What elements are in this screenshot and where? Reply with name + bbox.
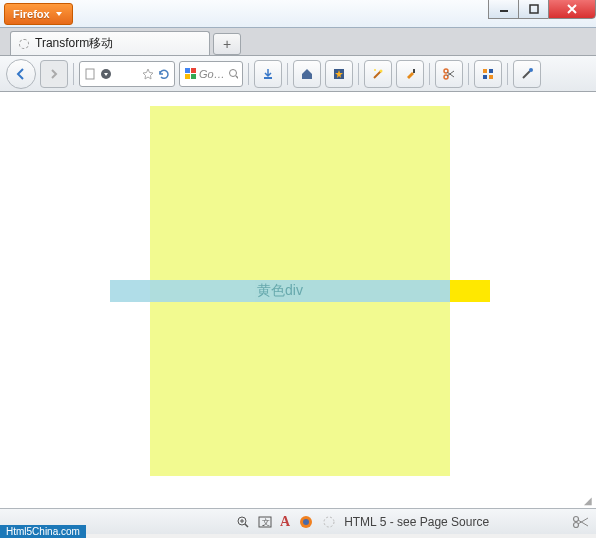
dropdown-triangle-icon bbox=[56, 12, 62, 16]
eyedropper-icon bbox=[520, 67, 534, 81]
svg-rect-0 bbox=[500, 10, 508, 12]
scissors-button[interactable] bbox=[435, 60, 463, 88]
svg-rect-2 bbox=[86, 69, 94, 79]
tab-active[interactable]: Transform移动 bbox=[10, 31, 210, 55]
download-icon bbox=[261, 67, 275, 81]
svg-line-9 bbox=[236, 76, 238, 79]
svg-point-36 bbox=[574, 522, 579, 527]
dropdown-history-icon[interactable] bbox=[100, 68, 112, 80]
svg-rect-15 bbox=[413, 69, 415, 73]
fox-icon[interactable] bbox=[298, 515, 314, 529]
url-bar[interactable] bbox=[79, 61, 175, 87]
home-icon bbox=[300, 67, 314, 81]
toolbar-separator bbox=[429, 63, 430, 85]
svg-rect-22 bbox=[483, 75, 487, 79]
svg-point-13 bbox=[380, 69, 383, 72]
search-placeholder: Go… bbox=[199, 68, 225, 80]
nav-toolbar: Go… bbox=[0, 56, 596, 92]
reload-icon[interactable] bbox=[158, 68, 170, 80]
tab-title: Transform移动 bbox=[35, 35, 113, 52]
page-icon bbox=[84, 68, 96, 80]
wand-icon bbox=[371, 67, 385, 81]
zoom-icon[interactable] bbox=[236, 515, 250, 529]
window-controls bbox=[488, 0, 596, 19]
titlebar: Firefox bbox=[0, 0, 596, 28]
watermark-tag: Html5China.com bbox=[0, 525, 86, 538]
yellow-bar-right bbox=[450, 280, 490, 302]
bookmark-star-icon[interactable] bbox=[142, 68, 154, 80]
bookmarks-button[interactable] bbox=[325, 60, 353, 88]
font-a-icon[interactable]: A bbox=[280, 514, 290, 530]
svg-point-25 bbox=[529, 68, 533, 72]
firefox-menu-button[interactable]: Firefox bbox=[4, 3, 73, 25]
svg-rect-6 bbox=[185, 74, 190, 79]
toolbar-separator bbox=[358, 63, 359, 85]
squares-icon bbox=[481, 67, 495, 81]
svg-line-27 bbox=[245, 524, 248, 527]
svg-point-34 bbox=[324, 517, 334, 527]
google-icon bbox=[184, 67, 196, 81]
addon-wand-button[interactable] bbox=[364, 60, 392, 88]
brush-icon bbox=[403, 67, 417, 81]
spinner-icon bbox=[322, 515, 336, 529]
svg-text:文: 文 bbox=[262, 518, 270, 527]
plus-icon: + bbox=[223, 36, 231, 52]
svg-point-33 bbox=[303, 519, 309, 525]
tab-strip: Transform移动 + bbox=[0, 28, 596, 56]
close-icon bbox=[566, 3, 578, 15]
toolbar-separator bbox=[287, 63, 288, 85]
toolbar-separator bbox=[507, 63, 508, 85]
svg-rect-4 bbox=[185, 68, 190, 73]
squares-button[interactable] bbox=[474, 60, 502, 88]
scissors-right-icon[interactable] bbox=[572, 515, 590, 529]
toolbar-separator bbox=[468, 63, 469, 85]
maximize-icon bbox=[529, 4, 539, 14]
yellow-div-label: 黄色div bbox=[257, 282, 303, 300]
search-go-icon[interactable] bbox=[228, 68, 238, 80]
svg-rect-10 bbox=[264, 77, 272, 79]
svg-line-24 bbox=[523, 71, 530, 78]
toolbar-separator bbox=[73, 63, 74, 85]
minimize-icon bbox=[499, 4, 509, 14]
back-arrow-icon bbox=[14, 67, 28, 81]
encoding-icon[interactable]: 文 bbox=[258, 515, 272, 529]
home-button[interactable] bbox=[293, 60, 321, 88]
forward-arrow-icon bbox=[48, 68, 60, 80]
svg-rect-1 bbox=[530, 5, 538, 13]
minimize-button[interactable] bbox=[488, 0, 518, 19]
svg-rect-5 bbox=[191, 68, 196, 73]
svg-point-8 bbox=[229, 69, 236, 76]
search-bar[interactable]: Go… bbox=[179, 61, 243, 87]
scissors-icon bbox=[442, 67, 456, 81]
eyedropper-button[interactable] bbox=[513, 60, 541, 88]
bookmarks-icon bbox=[332, 67, 346, 81]
resize-grip-icon[interactable]: ◢ bbox=[584, 495, 592, 506]
svg-point-35 bbox=[574, 516, 579, 521]
svg-rect-20 bbox=[483, 69, 487, 73]
forward-button[interactable] bbox=[40, 60, 68, 88]
svg-rect-21 bbox=[489, 69, 493, 73]
back-button[interactable] bbox=[6, 59, 36, 89]
cyan-overlay-bar: 黄色div bbox=[110, 280, 450, 302]
downloads-button[interactable] bbox=[254, 60, 282, 88]
maximize-button[interactable] bbox=[518, 0, 548, 19]
svg-rect-23 bbox=[489, 75, 493, 79]
page-favicon-icon bbox=[19, 39, 29, 49]
toolbar-separator bbox=[248, 63, 249, 85]
status-text: HTML 5 - see Page Source bbox=[344, 515, 489, 529]
addon-brush-button[interactable] bbox=[396, 60, 424, 88]
new-tab-button[interactable]: + bbox=[213, 33, 241, 55]
svg-point-14 bbox=[374, 69, 376, 71]
page-content: 黄色div ◢ bbox=[0, 92, 596, 508]
status-bar: 文 A HTML 5 - see Page Source bbox=[0, 508, 596, 534]
firefox-menu-label: Firefox bbox=[13, 8, 50, 20]
svg-rect-7 bbox=[191, 74, 196, 79]
status-icons-group: 文 A HTML 5 - see Page Source bbox=[236, 514, 489, 530]
close-button[interactable] bbox=[548, 0, 596, 19]
